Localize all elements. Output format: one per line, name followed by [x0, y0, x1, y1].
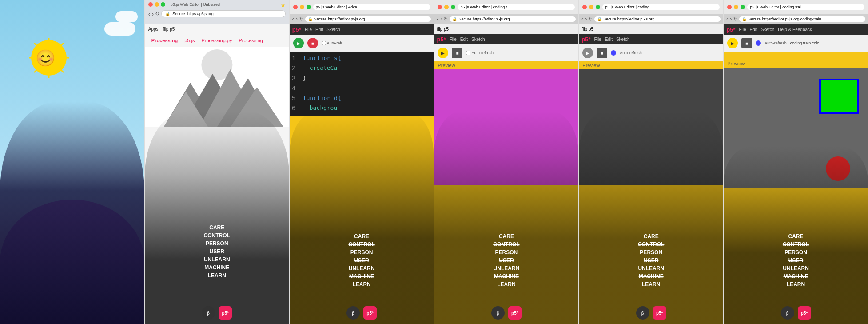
back-3[interactable]: ‹	[292, 16, 294, 22]
stop-button-5[interactable]: ■	[597, 48, 607, 58]
auto-refresh-checkbox-4[interactable]	[466, 51, 470, 55]
minimize-dot-5[interactable]	[589, 5, 593, 9]
browser-chrome-5: p5.js Web Editor | coding... ‹ › ↻ 🔒 Sec…	[579, 0, 723, 61]
apps-bookmark[interactable]: Apps	[148, 27, 159, 32]
sketch-menu-3[interactable]: Sketch	[326, 27, 340, 32]
toolbar-4: ▶ ■ Auto-refresh	[434, 44, 578, 61]
code-line-5: 5 function d{	[292, 94, 432, 104]
auto-refresh-checkbox-3[interactable]	[322, 41, 326, 45]
auto-refresh-label-5: Auto-refresh	[620, 51, 642, 55]
refresh-3[interactable]: ↻	[299, 16, 303, 22]
cloud-1	[104, 22, 135, 36]
maximize-dot-3[interactable]	[307, 5, 311, 9]
fwd-4[interactable]: ›	[440, 16, 442, 22]
close-dot-5[interactable]	[582, 5, 587, 9]
play-button-3[interactable]: ▶	[293, 38, 304, 48]
back-6[interactable]: ‹	[726, 16, 728, 22]
close-dot-3[interactable]	[293, 5, 298, 9]
p5-logo-3: p5*	[292, 26, 301, 33]
tab-4[interactable]: p5.js Web Editor | coding t...	[458, 4, 575, 10]
stop-button-6[interactable]: ■	[741, 38, 752, 48]
maximize-dot-5[interactable]	[596, 5, 600, 9]
maximize-dot-6[interactable]	[741, 5, 745, 9]
lock-5: 🔒	[597, 17, 602, 21]
edit-menu-4[interactable]: Edit	[460, 37, 468, 42]
forward-btn-2[interactable]: ›	[152, 10, 154, 17]
browser-dots-2: p5.js Web Editor | Unbiased ★	[148, 2, 286, 8]
fwd-5[interactable]: ›	[585, 16, 587, 22]
browser-top-5: p5.js Web Editor | coding...	[579, 0, 723, 14]
processing-link-2[interactable]: Processing	[239, 38, 263, 43]
play-button-6[interactable]: ▶	[727, 38, 738, 48]
tab-5[interactable]: p5.js Web Editor | coding...	[602, 4, 720, 10]
code-area-3: 1 function s{ 2 createCa 3 } 4 5 functio…	[290, 52, 434, 116]
sketch-menu-5[interactable]: Sketch	[616, 37, 630, 42]
minimize-dot-3[interactable]	[300, 5, 304, 9]
tab-title-3: p5.js Web Editor | Adve...	[316, 5, 361, 9]
edit-menu-3[interactable]: Edit	[315, 27, 323, 32]
p3-logo-6: β	[781, 306, 794, 320]
lock-3: 🔒	[308, 17, 313, 21]
maximize-dot-4[interactable]	[451, 5, 455, 9]
panel-p5js-website: p5.js Web Editor | Unbiased ★ ‹ › ↻ 🔒 Se…	[144, 0, 289, 324]
minimize-dot-6[interactable]	[734, 5, 738, 9]
bookmark-star-2[interactable]: ★	[281, 2, 286, 8]
edit-menu-5[interactable]: Edit	[605, 37, 613, 42]
browser-top-3: p5.js Web Editor | Adve...	[290, 0, 434, 14]
fwd-6[interactable]: ›	[730, 16, 732, 22]
p5-menu-6: p5* File Edit Sketch Help & Feedback	[724, 24, 868, 35]
flip-p5-bm-5[interactable]: flip p5	[581, 27, 593, 32]
bottom-logos-2: β p5*	[202, 306, 232, 320]
stop-button-3[interactable]: ■	[307, 38, 318, 48]
flip-p5-bm-4[interactable]: flip p5	[437, 27, 449, 32]
minimize-dot-4[interactable]	[444, 5, 449, 9]
addr-bar-5[interactable]: 🔒 Secure https://editor.p5js.org	[594, 16, 721, 22]
close-dot-4[interactable]	[438, 5, 442, 9]
p5-menu-3: p5* File Edit Sketch	[290, 24, 434, 35]
back-5[interactable]: ‹	[581, 16, 583, 22]
addr-bar-6[interactable]: 🔒 Secure https://editor.p5js.org/coding-…	[739, 16, 865, 22]
help-menu-6[interactable]: Help & Feedback	[778, 27, 812, 32]
minimize-dot[interactable]	[155, 2, 159, 7]
close-dot[interactable]	[148, 2, 153, 7]
maximize-dot[interactable]	[161, 2, 165, 7]
tab-title-4: p5.js Web Editor | coding t...	[460, 5, 510, 9]
close-dot-6[interactable]	[727, 5, 732, 9]
processing-link[interactable]: Processing	[151, 38, 178, 43]
play-button-5[interactable]: ▶	[582, 48, 593, 58]
address-bar-2[interactable]: 🔒 Secure https://p5js.org	[161, 10, 285, 17]
back-4[interactable]: ‹	[437, 16, 438, 22]
p5-menu-5: p5* File Edit Sketch	[579, 34, 723, 44]
file-menu-4[interactable]: File	[450, 37, 457, 42]
person-silhouette-1	[0, 102, 144, 324]
edit-menu-6[interactable]: Edit	[750, 27, 757, 32]
back-btn-2[interactable]: ‹	[148, 10, 151, 17]
addr-bar-4[interactable]: 🔒 Secure https://editor.p5js.org	[450, 16, 576, 22]
tab-3[interactable]: p5.js Web Editor | Adve...	[313, 4, 430, 10]
svg-line-4	[34, 43, 37, 46]
refresh-btn-2[interactable]: ↻	[155, 11, 159, 17]
flip-p5-bookmark[interactable]: flip p5	[163, 27, 175, 32]
p5js-link[interactable]: p5.js	[184, 38, 195, 43]
refresh-6[interactable]: ↻	[733, 16, 737, 22]
processing-py-link[interactable]: Processing.py	[201, 38, 232, 43]
refresh-4[interactable]: ↻	[444, 16, 448, 22]
toolbar-6: ▶ ■ Auto-refresh coding train colo...	[724, 35, 868, 52]
stop-button-4[interactable]: ■	[452, 48, 462, 58]
sketch-menu-4[interactable]: Sketch	[471, 37, 485, 42]
yellow-bg-6: Preview CARE CONTROL PERSON USER UNLEARN…	[724, 60, 868, 324]
nav-buttons-2: ‹ › ↻	[148, 10, 159, 17]
p5-logo-badge-4: p5*	[508, 306, 522, 320]
refresh-5[interactable]: ↻	[589, 16, 593, 22]
sketch-menu-6[interactable]: Sketch	[761, 27, 775, 32]
panel-cartoon-scene: 😊	[0, 0, 144, 324]
tab-6[interactable]: p5.js Web Editor | coding trai...	[747, 4, 864, 10]
addr-bar-3[interactable]: 🔒 Secure https://editor.p5js.org	[305, 16, 431, 22]
fwd-3[interactable]: ›	[296, 16, 298, 22]
file-menu-3[interactable]: File	[305, 27, 312, 32]
file-menu-5[interactable]: File	[594, 37, 601, 42]
p5-logo-badge-6: p5*	[798, 306, 811, 320]
addr-row-4: ‹ › ↻ 🔒 Secure https://editor.p5js.org	[434, 14, 578, 24]
file-menu-6[interactable]: File	[739, 27, 746, 32]
play-button-4[interactable]: ▶	[438, 48, 448, 58]
